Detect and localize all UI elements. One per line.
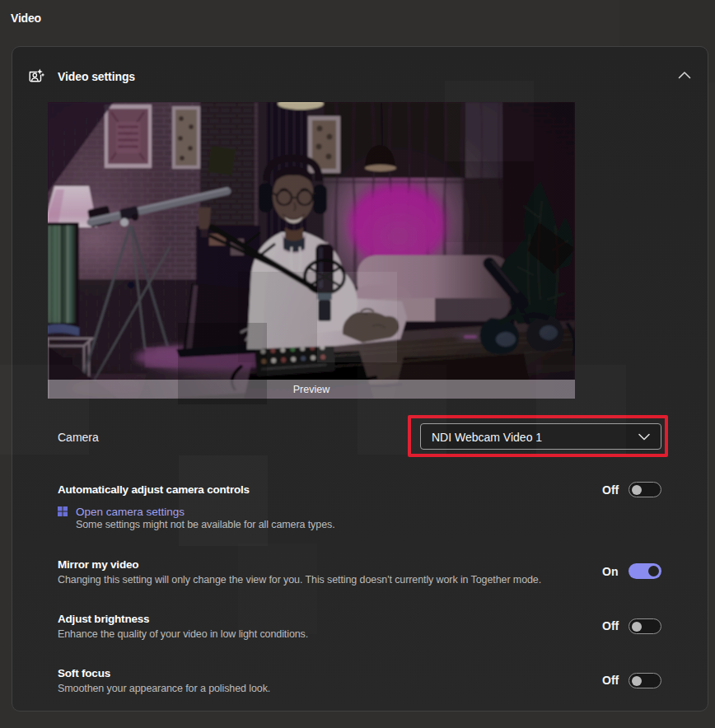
svg-text:Preview: Preview (293, 384, 330, 395)
